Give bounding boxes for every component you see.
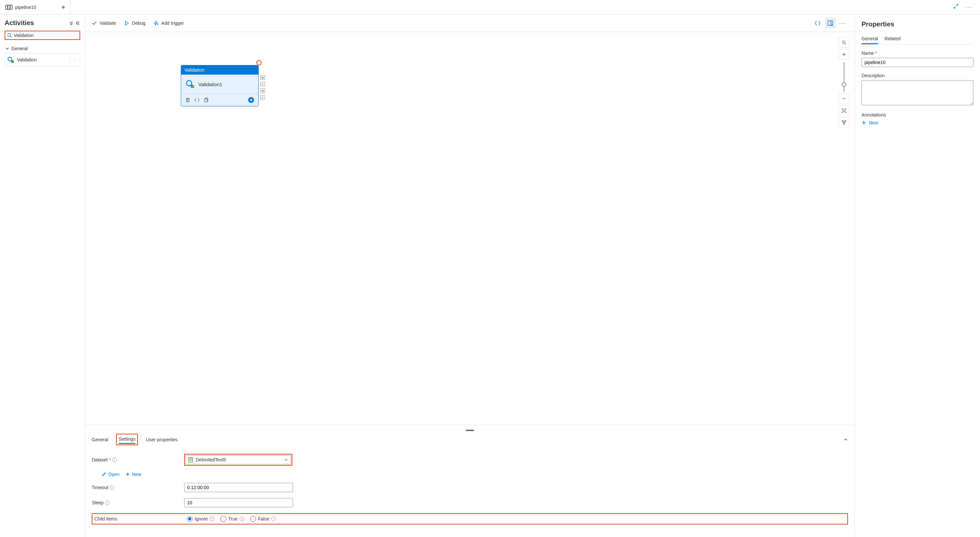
fit-screen-button[interactable] bbox=[839, 105, 850, 116]
info-icon[interactable]: i bbox=[240, 516, 244, 521]
description-textarea[interactable] bbox=[862, 80, 974, 105]
timeout-label: Timeout bbox=[92, 485, 108, 490]
timeout-input[interactable] bbox=[184, 483, 293, 492]
tab-bar: pipeline10 ··· bbox=[0, 0, 980, 14]
copy-icon[interactable] bbox=[204, 97, 209, 103]
collapse-left-icon[interactable] bbox=[76, 21, 80, 25]
open-dataset-button[interactable]: Open bbox=[102, 472, 119, 477]
expand-icon[interactable] bbox=[952, 2, 960, 12]
svg-rect-16 bbox=[842, 121, 843, 122]
required-indicator: * bbox=[875, 51, 877, 56]
tab-general[interactable]: General bbox=[92, 436, 108, 444]
radio-true[interactable]: True i bbox=[220, 516, 244, 522]
name-input[interactable] bbox=[862, 58, 974, 67]
radio-ignore[interactable]: Ignore i bbox=[187, 516, 215, 522]
search-icon bbox=[7, 33, 12, 38]
activity-item-validation[interactable]: Validation ⋮⋮ bbox=[5, 53, 80, 66]
svg-point-13 bbox=[842, 41, 845, 43]
canvas-search-button[interactable] bbox=[839, 37, 850, 48]
info-icon[interactable]: i bbox=[210, 516, 215, 521]
code-icon[interactable] bbox=[194, 97, 200, 103]
validate-button[interactable]: Validate bbox=[92, 21, 116, 26]
tab-user-properties[interactable]: User properties bbox=[146, 436, 178, 444]
svg-rect-1 bbox=[8, 5, 10, 10]
dataset-select[interactable]: DelimitedText5 bbox=[185, 455, 291, 464]
new-dataset-button[interactable]: New bbox=[126, 472, 141, 477]
prop-tab-general[interactable]: General bbox=[862, 34, 878, 44]
svg-rect-0 bbox=[6, 5, 8, 10]
svg-rect-2 bbox=[10, 5, 12, 10]
validation-icon bbox=[185, 79, 195, 89]
port-success-icon[interactable]: ✓ bbox=[260, 82, 265, 86]
annotations-label: Annotations bbox=[862, 112, 974, 118]
unsaved-indicator-icon bbox=[62, 6, 65, 9]
toolbar-more-button[interactable]: ··· bbox=[837, 18, 848, 29]
tab-settings[interactable]: Settings bbox=[119, 435, 135, 444]
collapse-panel-icon[interactable] bbox=[843, 437, 848, 442]
svg-rect-27 bbox=[205, 99, 207, 102]
code-view-button[interactable] bbox=[812, 18, 823, 29]
activity-item-label: Validation bbox=[17, 57, 37, 62]
prop-tab-related[interactable]: Related bbox=[885, 34, 900, 44]
tab-settings-highlight: Settings bbox=[116, 434, 138, 445]
tab-item-pipeline[interactable]: pipeline10 bbox=[0, 0, 70, 14]
sleep-label: Sleep bbox=[92, 500, 103, 505]
validation-icon bbox=[7, 56, 14, 64]
zoom-out-button[interactable]: − bbox=[839, 93, 850, 104]
zoom-slider[interactable] bbox=[844, 62, 845, 92]
zoom-slider-thumb[interactable] bbox=[842, 82, 846, 87]
child-items-highlight: Child items Ignore i True i bbox=[92, 513, 848, 524]
properties-toggle-button[interactable] bbox=[825, 18, 835, 29]
add-trigger-button[interactable]: Add trigger bbox=[153, 21, 184, 26]
panel-drag-handle[interactable] bbox=[466, 430, 474, 431]
debug-button[interactable]: Debug bbox=[124, 21, 145, 26]
pencil-icon bbox=[102, 472, 106, 476]
arrow-icon[interactable] bbox=[248, 97, 255, 103]
radio-icon bbox=[220, 516, 226, 522]
description-label: Description bbox=[862, 73, 974, 78]
svg-point-3 bbox=[8, 33, 11, 37]
dataset-value: DelimitedText5 bbox=[196, 457, 282, 462]
category-general[interactable]: General bbox=[5, 44, 80, 53]
add-annotation-button[interactable]: New bbox=[862, 120, 974, 126]
port-completion-icon[interactable]: ✓ bbox=[260, 95, 265, 100]
auto-layout-button[interactable] bbox=[839, 117, 850, 128]
radio-false[interactable]: False i bbox=[250, 516, 276, 522]
chevron-down-icon bbox=[5, 46, 9, 51]
zoom-in-button[interactable]: + bbox=[839, 49, 850, 60]
more-icon[interactable]: ··· bbox=[964, 2, 974, 12]
svg-point-5 bbox=[8, 57, 12, 61]
node-name: Validation1 bbox=[198, 81, 223, 87]
center-area: Validate Debug Add trigger ··· + − bbox=[85, 14, 854, 537]
svg-line-4 bbox=[11, 36, 12, 38]
category-label: General bbox=[11, 46, 28, 51]
svg-point-21 bbox=[191, 85, 194, 88]
info-icon[interactable]: i bbox=[271, 516, 276, 521]
port-retry-icon[interactable]: ↻ bbox=[260, 75, 265, 80]
port-failure-icon[interactable]: ✕ bbox=[260, 88, 265, 93]
activity-node-validation[interactable]: Validation Validation1 ↻ ✓ ✕ ✓ bbox=[181, 65, 259, 106]
info-icon[interactable]: i bbox=[105, 500, 110, 505]
node-header: Validation bbox=[181, 65, 258, 75]
child-items-label: Child items bbox=[94, 516, 117, 521]
lightning-icon bbox=[153, 21, 159, 26]
delete-icon[interactable] bbox=[185, 97, 190, 103]
collapse-down-icon[interactable] bbox=[69, 21, 73, 25]
info-icon[interactable]: i bbox=[110, 485, 114, 490]
node-warning-icon bbox=[256, 60, 262, 65]
canvas[interactable]: + − Validation Validation1 bbox=[85, 32, 854, 425]
plus-icon bbox=[126, 472, 130, 476]
play-icon bbox=[124, 21, 129, 26]
name-label: Name bbox=[862, 51, 874, 56]
svg-rect-17 bbox=[845, 121, 846, 122]
info-icon[interactable]: i bbox=[112, 457, 117, 462]
plus-icon bbox=[862, 121, 866, 125]
dataset-label: Dataset bbox=[92, 457, 108, 462]
svg-rect-18 bbox=[843, 123, 845, 124]
search-input[interactable]: Validation bbox=[14, 33, 78, 38]
svg-point-19 bbox=[186, 81, 192, 86]
node-footer bbox=[181, 94, 258, 106]
sleep-input[interactable] bbox=[184, 498, 293, 507]
properties-panel: Properties General Related Name * Descri… bbox=[854, 14, 980, 537]
required-indicator: * bbox=[109, 457, 111, 462]
